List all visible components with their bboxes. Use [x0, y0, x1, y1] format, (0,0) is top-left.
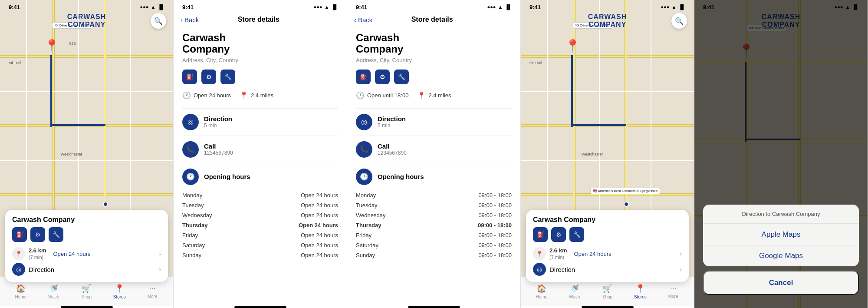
detail-content-3: CarwashCompany Address, City, Country ⛽ …	[347, 27, 520, 306]
tab-wash-1[interactable]: 🚿 Wash	[37, 284, 70, 299]
cancel-button[interactable]: Cancel	[703, 271, 859, 295]
screen-5-action: 9:41 ●●● ▲ ▐▌ 📍 🍽 Olive Garden Italian 🇺…	[694, 0, 868, 308]
route-line-h-4	[571, 124, 627, 126]
time-thu-2: Open 24 hours	[299, 222, 338, 229]
direction-row-4[interactable]: ◎ Direction ›	[533, 263, 682, 276]
service-icon-wash-1[interactable]: ⚙	[30, 227, 45, 242]
svc-towel-2[interactable]: 🔧	[220, 70, 235, 84]
map-label-trail-4: mi Trail	[529, 61, 542, 65]
search-button-1[interactable]: 🔍	[151, 13, 166, 29]
stores-label-4: Stores	[634, 295, 647, 299]
direction-icon-2: ◎	[182, 114, 199, 130]
info-pills-2: 🕐 Open 24 hours 📍 2.4 miles	[182, 91, 338, 99]
store-icons-row-4: ⛽ ⚙ 🔧	[533, 227, 682, 242]
map-label-westchester: Westchester	[61, 152, 82, 156]
svc-fuel-3[interactable]: ⛽	[356, 70, 371, 84]
map-pin-small-4	[624, 202, 629, 207]
direction-detail-row-3[interactable]: ◎ Direction 5 min	[356, 108, 512, 136]
hours-icon-2: 🕐	[182, 169, 199, 185]
direction-detail-row-2[interactable]: ◎ Direction 5 min	[182, 108, 338, 136]
status-icons-5: ●●● ▲ ▐▌	[835, 4, 859, 10]
call-title-2: Call	[204, 142, 338, 150]
service-icon-towel-4[interactable]: 🔧	[569, 227, 584, 242]
apple-maps-button[interactable]: Apple Maps	[703, 224, 859, 245]
wifi-icon-5: ▲	[845, 4, 850, 10]
home-indicator-bar-3	[408, 306, 460, 308]
signal-icon-4: ●●●	[661, 4, 670, 10]
route-line-v	[50, 55, 52, 127]
tab-more-4[interactable]: ··· More	[657, 284, 690, 299]
direction-sub-2: 5 min	[204, 123, 338, 129]
open-hours-text-4: Open 24 hours	[574, 251, 611, 257]
route-line-h	[50, 124, 106, 126]
store-icons-row-1: ⛽ ⚙ 🔧	[12, 227, 161, 242]
home-icon-1: 🏠	[16, 284, 26, 293]
direction-row-1[interactable]: ◎ Direction ›	[12, 263, 161, 276]
call-detail-row-3[interactable]: 📞 Call 1234567890	[356, 136, 512, 163]
svc-fuel-2[interactable]: ⛽	[182, 70, 197, 84]
svc-wash-2[interactable]: ⚙	[201, 70, 216, 84]
tab-more-1[interactable]: ··· More	[136, 284, 169, 299]
tab-shop-4[interactable]: 🛒 Shop	[591, 284, 624, 299]
screen-3-detail: 9:41 ●●● ▲ ▐▌ ‹ Back Store details Carwa…	[347, 0, 521, 308]
back-button-2[interactable]: ‹ Back	[181, 16, 199, 23]
action-sheet: Direction to Carwash Company Apple Maps …	[703, 205, 859, 295]
status-icons-3: ●●● ▲ ▐▌	[487, 4, 512, 10]
wifi-icon-3: ▲	[498, 4, 503, 10]
location-icon-1: 📍	[12, 247, 25, 260]
tab-home-1[interactable]: 🏠 Home	[4, 284, 37, 299]
direction-chevron-1: ›	[159, 266, 161, 273]
action-sheet-title: Direction to Carwash Company	[703, 205, 859, 224]
status-bar-2: 9:41 ●●● ▲ ▐▌	[174, 0, 347, 12]
app-logo-4: CARWASHCOMPANY	[588, 13, 627, 28]
status-icons-2: ●●● ▲ ▐▌	[314, 4, 338, 10]
call-text-3: Call 1234567890	[378, 142, 512, 156]
day-mon-2: Monday	[182, 192, 202, 199]
back-button-3[interactable]: ‹ Back	[354, 16, 372, 23]
signal-icon-5: ●●●	[835, 4, 843, 10]
direction-icon-3: ◎	[356, 114, 372, 130]
tab-shop-1[interactable]: 🛒 Shop	[70, 284, 103, 299]
wifi-icon: ▲	[151, 4, 156, 10]
chevron-icon-4: ›	[680, 250, 682, 257]
home-indicator-2	[174, 306, 347, 308]
service-icon-towel-1[interactable]: 🔧	[49, 227, 63, 242]
battery-icon-2: ▐▌	[331, 4, 338, 10]
store-card-title-1: Carwash Company	[12, 216, 161, 224]
distance-text-1: 2.6 km(7 min)	[29, 247, 46, 260]
screen-2-detail: 9:41 ●●● ▲ ▐▌ ‹ Back Store details Carwa…	[174, 0, 347, 308]
tab-home-4[interactable]: 🏠 Home	[525, 284, 558, 299]
map-label-westchester-4: Westchester	[582, 152, 603, 156]
status-time-5: 9:41	[703, 4, 714, 10]
call-detail-row-2[interactable]: 📞 Call 1234567890	[182, 136, 338, 163]
time-sat-3: 09:00 - 18:00	[478, 242, 512, 248]
tab-stores-1[interactable]: 📍 Stores	[103, 284, 136, 299]
svc-towel-3[interactable]: 🔧	[394, 70, 409, 84]
service-icon-fuel-1[interactable]: ⛽	[12, 227, 27, 242]
svc-wash-3[interactable]: ⚙	[375, 70, 390, 84]
hours-title-2: Opening hours	[204, 173, 250, 180]
service-icon-fuel-4[interactable]: ⛽	[533, 227, 548, 242]
open-text-2: Open 24 hours	[194, 92, 231, 99]
store-name-3: CarwashCompany	[356, 32, 512, 55]
store-distance-row-1[interactable]: 📍 2.6 km(7 min) Open 24 hours ›	[12, 247, 161, 260]
back-label-2: Back	[184, 16, 199, 23]
status-bar-4: 9:41 ●●● ▲ ▐▌	[521, 0, 694, 12]
time-tue-3: 09:00 - 18:00	[478, 202, 512, 209]
hours-section-2: 🕐 Opening hours Monday Open 24 hours Tue…	[182, 163, 338, 265]
search-button-4[interactable]: 🔍	[671, 13, 687, 29]
store-distance-row-4[interactable]: 📍 2.6 km(7 min) Open 24 hours ›	[533, 247, 682, 260]
hours-row-sun-3: Sunday 09:00 - 18:00	[356, 250, 512, 260]
more-label-4: More	[668, 294, 678, 299]
status-time-4: 9:41	[529, 4, 541, 10]
hours-row-wed-2: Wednesday Open 24 hours	[182, 210, 338, 220]
time-mon-2: Open 24 hours	[301, 192, 338, 199]
logo-text-4: CARWASHCOMPANY	[588, 13, 627, 28]
hours-row-sat-2: Saturday Open 24 hours	[182, 240, 338, 250]
service-icon-wash-4[interactable]: ⚙	[551, 227, 566, 242]
tab-stores-4[interactable]: 📍 Stores	[624, 284, 657, 299]
tab-wash-4[interactable]: 🚿 Wash	[558, 284, 591, 299]
store-card-4: Carwash Company ⛽ ⚙ 🔧 📍 2.6 km(7 min) Op…	[526, 210, 689, 282]
google-maps-button[interactable]: Google Maps	[703, 245, 859, 266]
day-thu-3: Thursday	[356, 222, 381, 229]
